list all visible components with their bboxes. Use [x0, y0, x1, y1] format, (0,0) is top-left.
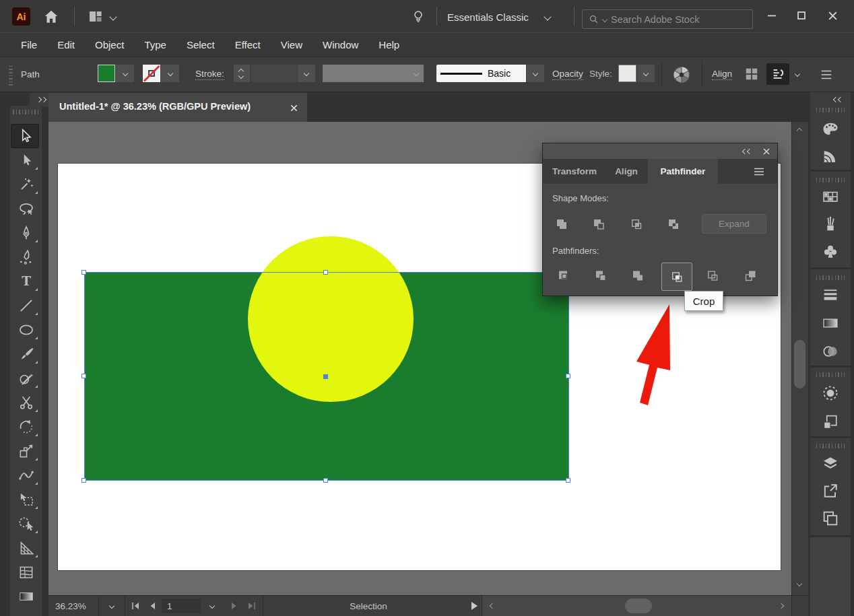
selection-handle-s[interactable] [323, 478, 328, 483]
panel-menu-button[interactable] [750, 166, 768, 178]
arrange-documents-button[interactable] [88, 8, 116, 26]
align-objects-button[interactable] [742, 65, 761, 83]
panel-button-gradient[interactable] [816, 310, 845, 337]
selection-center-point[interactable] [323, 374, 328, 379]
perspective-grid-tool[interactable] [11, 536, 40, 560]
scale-tool[interactable] [11, 439, 40, 463]
stroke-weight-dropdown[interactable] [297, 65, 315, 82]
fill-color-swatch[interactable] [98, 65, 115, 82]
tab-pathfinder[interactable]: Pathfinder [648, 159, 718, 184]
dock-expand-button[interactable] [829, 94, 847, 105]
vertical-scroll-thumb[interactable] [794, 340, 806, 388]
menu-window[interactable]: Window [313, 33, 368, 57]
pathfinder-outline-button[interactable] [702, 266, 723, 285]
selection-handle-nw[interactable] [81, 270, 86, 275]
minimize-button[interactable] [757, 0, 787, 31]
control-panel-menu-button[interactable] [816, 65, 836, 84]
fill-color-dropdown[interactable] [115, 65, 134, 82]
shape-builder-tool[interactable] [11, 512, 40, 536]
menu-file[interactable]: File [11, 33, 47, 57]
dock-group-grip[interactable] [816, 178, 845, 182]
shaper-tool[interactable] [11, 366, 40, 390]
pen-tool[interactable] [11, 221, 40, 245]
mesh-tool[interactable] [11, 560, 40, 584]
align-label[interactable]: Align [712, 69, 732, 80]
horizontal-scrollbar[interactable] [482, 596, 791, 616]
status-expand-icon[interactable] [471, 602, 478, 610]
brush-definition-dropdown[interactable]: Basic [436, 65, 526, 82]
stroke-color-swatch[interactable] [143, 65, 160, 82]
last-artboard-button[interactable] [244, 601, 259, 611]
menu-help[interactable]: Help [368, 33, 409, 57]
menu-type[interactable]: Type [134, 33, 176, 57]
zoom-level[interactable]: 36.23% [55, 601, 86, 611]
panel-button-layers[interactable] [816, 450, 845, 477]
search-input[interactable] [610, 13, 733, 26]
artboard-number-field[interactable]: 1 [162, 598, 201, 613]
stroke-weight-stepper[interactable] [234, 65, 250, 82]
scissors-tool[interactable] [11, 390, 40, 415]
adobe-stock-search[interactable] [582, 9, 753, 29]
home-button[interactable] [40, 7, 62, 26]
pathfinder-trim-button[interactable] [591, 266, 611, 285]
gradient-tool[interactable] [11, 584, 40, 609]
status-indicator[interactable]: Selection [271, 596, 466, 616]
free-transform-tool[interactable] [11, 487, 40, 512]
dock-group-grip[interactable] [816, 275, 845, 280]
panel-button-transparency[interactable] [816, 338, 845, 365]
close-button[interactable] [816, 0, 849, 31]
direct-selection-tool[interactable] [11, 148, 40, 172]
selection-handle-w[interactable] [81, 374, 86, 378]
horizontal-scroll-thumb[interactable] [625, 598, 652, 613]
panel-button-appearance[interactable] [816, 380, 845, 407]
scroll-left-icon[interactable] [490, 603, 495, 609]
stroke-weight-field[interactable] [251, 65, 297, 82]
selection-handle-n[interactable] [323, 270, 328, 275]
dock-group-grip[interactable] [816, 372, 845, 377]
control-bar-grip[interactable] [9, 64, 13, 85]
panel-button-symbols[interactable] [816, 238, 845, 265]
pathfinder-crop-button-hovered[interactable] [661, 263, 692, 291]
panel-button-asset-export[interactable] [816, 477, 845, 504]
menu-object[interactable]: Object [85, 33, 134, 57]
pathfinder-minus-back-button[interactable] [740, 266, 760, 285]
type-tool[interactable]: T [11, 269, 40, 294]
selection-handle-sw[interactable] [81, 478, 86, 483]
scroll-up-icon[interactable] [797, 128, 802, 133]
scroll-down-icon[interactable] [797, 581, 802, 586]
magic-wand-tool[interactable] [11, 172, 40, 197]
artboard-dropdown[interactable] [201, 596, 224, 616]
rotate-tool[interactable] [11, 415, 40, 439]
panel-button-brushes[interactable] [816, 211, 845, 238]
selection-handle-se[interactable] [566, 478, 570, 483]
document-tab[interactable]: Untitled-1* @ 36.23% (RGB/GPU Preview) [48, 93, 307, 122]
opacity-label[interactable]: Opacity [552, 69, 583, 80]
tab-align[interactable]: Align [605, 159, 648, 184]
artwork-circle[interactable] [248, 236, 414, 402]
recolor-artwork-button[interactable] [670, 63, 692, 85]
style-dropdown[interactable] [636, 65, 655, 82]
menu-select[interactable]: Select [176, 33, 225, 57]
maximize-button[interactable] [787, 0, 816, 31]
menu-view[interactable]: View [271, 33, 313, 57]
panel-button-graphic-styles[interactable] [816, 409, 845, 436]
line-segment-tool[interactable] [11, 294, 40, 318]
panel-button-color[interactable] [816, 116, 845, 143]
selection-handle-e[interactable] [566, 374, 570, 378]
dock-group-grip[interactable] [816, 108, 845, 112]
panel-collapse-button[interactable] [740, 146, 754, 157]
stepper-down-icon[interactable] [238, 73, 244, 79]
shape-mode-minus-front-button[interactable] [589, 215, 609, 234]
shape-mode-exclude-button[interactable] [663, 215, 684, 234]
selection-tool[interactable] [11, 124, 39, 148]
scroll-right-icon[interactable] [779, 603, 784, 609]
paintbrush-tool[interactable] [11, 342, 40, 366]
style-swatch[interactable] [618, 65, 636, 82]
tab-close-button[interactable] [286, 100, 302, 116]
shape-mode-unite-button[interactable] [552, 215, 572, 234]
brush-definition-chevron[interactable] [526, 65, 544, 82]
panel-button-stroke[interactable] [816, 281, 845, 308]
pathfinder-merge-button[interactable] [628, 266, 648, 285]
zoom-dropdown[interactable] [99, 596, 125, 616]
next-artboard-button[interactable] [228, 601, 241, 611]
